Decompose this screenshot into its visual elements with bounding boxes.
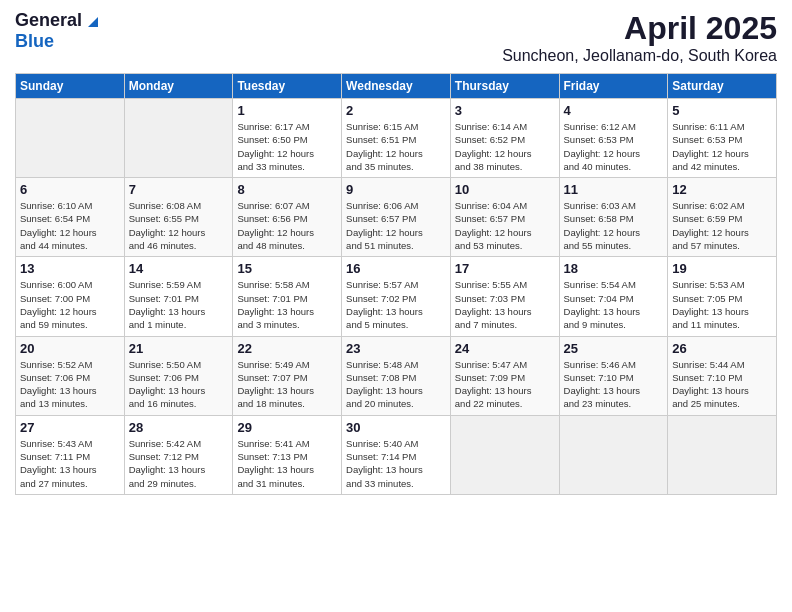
day-info: Sunrise: 5:48 AM Sunset: 7:08 PM Dayligh…	[346, 358, 446, 411]
day-cell: 15Sunrise: 5:58 AM Sunset: 7:01 PM Dayli…	[233, 257, 342, 336]
day-number: 26	[672, 341, 772, 356]
day-info: Sunrise: 5:54 AM Sunset: 7:04 PM Dayligh…	[564, 278, 664, 331]
day-number: 23	[346, 341, 446, 356]
header-row: SundayMondayTuesdayWednesdayThursdayFrid…	[16, 74, 777, 99]
day-cell	[16, 99, 125, 178]
day-info: Sunrise: 5:40 AM Sunset: 7:14 PM Dayligh…	[346, 437, 446, 490]
day-number: 11	[564, 182, 664, 197]
day-info: Sunrise: 5:49 AM Sunset: 7:07 PM Dayligh…	[237, 358, 337, 411]
day-cell: 10Sunrise: 6:04 AM Sunset: 6:57 PM Dayli…	[450, 178, 559, 257]
day-number: 24	[455, 341, 555, 356]
day-number: 18	[564, 261, 664, 276]
header-day-tuesday: Tuesday	[233, 74, 342, 99]
week-row-5: 27Sunrise: 5:43 AM Sunset: 7:11 PM Dayli…	[16, 415, 777, 494]
day-cell	[124, 99, 233, 178]
header-day-friday: Friday	[559, 74, 668, 99]
header-day-sunday: Sunday	[16, 74, 125, 99]
logo-blue-text: Blue	[15, 31, 54, 51]
day-cell: 16Sunrise: 5:57 AM Sunset: 7:02 PM Dayli…	[342, 257, 451, 336]
day-info: Sunrise: 6:07 AM Sunset: 6:56 PM Dayligh…	[237, 199, 337, 252]
day-info: Sunrise: 6:10 AM Sunset: 6:54 PM Dayligh…	[20, 199, 120, 252]
month-title: April 2025	[502, 10, 777, 47]
day-cell: 1Sunrise: 6:17 AM Sunset: 6:50 PM Daylig…	[233, 99, 342, 178]
day-number: 5	[672, 103, 772, 118]
day-info: Sunrise: 5:42 AM Sunset: 7:12 PM Dayligh…	[129, 437, 229, 490]
day-cell: 2Sunrise: 6:15 AM Sunset: 6:51 PM Daylig…	[342, 99, 451, 178]
day-info: Sunrise: 6:12 AM Sunset: 6:53 PM Dayligh…	[564, 120, 664, 173]
day-info: Sunrise: 6:11 AM Sunset: 6:53 PM Dayligh…	[672, 120, 772, 173]
day-info: Sunrise: 5:55 AM Sunset: 7:03 PM Dayligh…	[455, 278, 555, 331]
day-info: Sunrise: 5:47 AM Sunset: 7:09 PM Dayligh…	[455, 358, 555, 411]
day-cell: 23Sunrise: 5:48 AM Sunset: 7:08 PM Dayli…	[342, 336, 451, 415]
day-cell: 17Sunrise: 5:55 AM Sunset: 7:03 PM Dayli…	[450, 257, 559, 336]
day-number: 27	[20, 420, 120, 435]
day-number: 12	[672, 182, 772, 197]
day-cell: 11Sunrise: 6:03 AM Sunset: 6:58 PM Dayli…	[559, 178, 668, 257]
day-info: Sunrise: 6:17 AM Sunset: 6:50 PM Dayligh…	[237, 120, 337, 173]
day-info: Sunrise: 6:14 AM Sunset: 6:52 PM Dayligh…	[455, 120, 555, 173]
day-number: 14	[129, 261, 229, 276]
day-number: 16	[346, 261, 446, 276]
day-cell: 27Sunrise: 5:43 AM Sunset: 7:11 PM Dayli…	[16, 415, 125, 494]
day-number: 10	[455, 182, 555, 197]
day-number: 20	[20, 341, 120, 356]
day-cell	[668, 415, 777, 494]
day-info: Sunrise: 5:44 AM Sunset: 7:10 PM Dayligh…	[672, 358, 772, 411]
day-number: 22	[237, 341, 337, 356]
header-day-thursday: Thursday	[450, 74, 559, 99]
day-cell: 28Sunrise: 5:42 AM Sunset: 7:12 PM Dayli…	[124, 415, 233, 494]
day-cell: 6Sunrise: 6:10 AM Sunset: 6:54 PM Daylig…	[16, 178, 125, 257]
week-row-1: 1Sunrise: 6:17 AM Sunset: 6:50 PM Daylig…	[16, 99, 777, 178]
day-info: Sunrise: 5:57 AM Sunset: 7:02 PM Dayligh…	[346, 278, 446, 331]
day-cell: 4Sunrise: 6:12 AM Sunset: 6:53 PM Daylig…	[559, 99, 668, 178]
page-header: General Blue April 2025 Suncheon, Jeolla…	[15, 10, 777, 65]
day-info: Sunrise: 5:58 AM Sunset: 7:01 PM Dayligh…	[237, 278, 337, 331]
day-number: 4	[564, 103, 664, 118]
day-info: Sunrise: 5:50 AM Sunset: 7:06 PM Dayligh…	[129, 358, 229, 411]
day-cell: 26Sunrise: 5:44 AM Sunset: 7:10 PM Dayli…	[668, 336, 777, 415]
day-number: 9	[346, 182, 446, 197]
day-number: 13	[20, 261, 120, 276]
day-info: Sunrise: 6:03 AM Sunset: 6:58 PM Dayligh…	[564, 199, 664, 252]
day-cell: 5Sunrise: 6:11 AM Sunset: 6:53 PM Daylig…	[668, 99, 777, 178]
day-number: 8	[237, 182, 337, 197]
day-cell: 9Sunrise: 6:06 AM Sunset: 6:57 PM Daylig…	[342, 178, 451, 257]
day-number: 17	[455, 261, 555, 276]
day-number: 7	[129, 182, 229, 197]
day-cell: 14Sunrise: 5:59 AM Sunset: 7:01 PM Dayli…	[124, 257, 233, 336]
day-cell: 12Sunrise: 6:02 AM Sunset: 6:59 PM Dayli…	[668, 178, 777, 257]
day-number: 15	[237, 261, 337, 276]
day-number: 2	[346, 103, 446, 118]
day-info: Sunrise: 6:00 AM Sunset: 7:00 PM Dayligh…	[20, 278, 120, 331]
day-cell: 18Sunrise: 5:54 AM Sunset: 7:04 PM Dayli…	[559, 257, 668, 336]
day-number: 6	[20, 182, 120, 197]
day-cell: 21Sunrise: 5:50 AM Sunset: 7:06 PM Dayli…	[124, 336, 233, 415]
week-row-2: 6Sunrise: 6:10 AM Sunset: 6:54 PM Daylig…	[16, 178, 777, 257]
day-info: Sunrise: 5:59 AM Sunset: 7:01 PM Dayligh…	[129, 278, 229, 331]
day-cell: 7Sunrise: 6:08 AM Sunset: 6:55 PM Daylig…	[124, 178, 233, 257]
header-day-monday: Monday	[124, 74, 233, 99]
day-info: Sunrise: 6:04 AM Sunset: 6:57 PM Dayligh…	[455, 199, 555, 252]
day-info: Sunrise: 6:08 AM Sunset: 6:55 PM Dayligh…	[129, 199, 229, 252]
day-info: Sunrise: 5:41 AM Sunset: 7:13 PM Dayligh…	[237, 437, 337, 490]
svg-marker-0	[88, 17, 98, 27]
day-info: Sunrise: 5:53 AM Sunset: 7:05 PM Dayligh…	[672, 278, 772, 331]
day-number: 21	[129, 341, 229, 356]
week-row-3: 13Sunrise: 6:00 AM Sunset: 7:00 PM Dayli…	[16, 257, 777, 336]
day-number: 29	[237, 420, 337, 435]
day-number: 28	[129, 420, 229, 435]
day-cell: 13Sunrise: 6:00 AM Sunset: 7:00 PM Dayli…	[16, 257, 125, 336]
day-cell: 3Sunrise: 6:14 AM Sunset: 6:52 PM Daylig…	[450, 99, 559, 178]
title-block: April 2025 Suncheon, Jeollanam-do, South…	[502, 10, 777, 65]
day-cell: 30Sunrise: 5:40 AM Sunset: 7:14 PM Dayli…	[342, 415, 451, 494]
logo-icon	[84, 11, 102, 29]
day-cell: 24Sunrise: 5:47 AM Sunset: 7:09 PM Dayli…	[450, 336, 559, 415]
day-number: 30	[346, 420, 446, 435]
logo: General Blue	[15, 10, 102, 52]
day-cell	[450, 415, 559, 494]
week-row-4: 20Sunrise: 5:52 AM Sunset: 7:06 PM Dayli…	[16, 336, 777, 415]
day-number: 19	[672, 261, 772, 276]
day-cell: 22Sunrise: 5:49 AM Sunset: 7:07 PM Dayli…	[233, 336, 342, 415]
day-cell: 25Sunrise: 5:46 AM Sunset: 7:10 PM Dayli…	[559, 336, 668, 415]
day-cell: 29Sunrise: 5:41 AM Sunset: 7:13 PM Dayli…	[233, 415, 342, 494]
